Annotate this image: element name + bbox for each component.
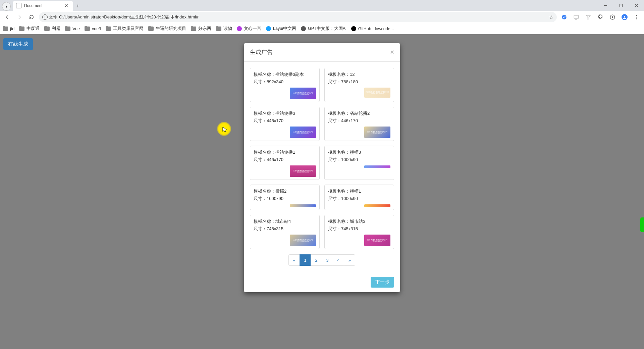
bookmark-item[interactable]: 读物: [216, 26, 232, 32]
bookmark-label: 牛逼的研究项目: [156, 26, 186, 32]
bookmark-item[interactable]: GPT中文版：大国Ai: [301, 26, 346, 32]
template-name-line: 模板名称：横幅1: [328, 188, 390, 194]
bookmark-label: GPT中文版：大国Ai: [308, 26, 346, 32]
template-name-line: 模板名称：省站轮播1: [254, 149, 316, 155]
bookmark-label: GitHub - lowcode...: [358, 27, 394, 31]
template-card[interactable]: 模板名称：横幅3尺寸：1000x90: [324, 146, 394, 180]
bookmark-item[interactable]: GitHub - lowcode...: [351, 26, 394, 31]
window-minimize-button[interactable]: [598, 0, 613, 11]
tab-search-dropdown[interactable]: ▾: [2, 2, 11, 11]
browser-toolbar: i文件 C:/Users/Administrator/Desktop/dom生成…: [0, 11, 644, 23]
modal-close-button[interactable]: ×: [390, 48, 394, 56]
bookmark-label: 中废通: [26, 26, 40, 32]
folder-icon: [85, 27, 90, 31]
folder-icon: [106, 27, 111, 31]
bookmark-item[interactable]: Layui中文网: [266, 26, 296, 32]
pagination-page-1[interactable]: 1: [300, 254, 311, 266]
bookmark-item[interactable]: Vue: [65, 27, 80, 31]
bookmark-label: vue3: [92, 27, 101, 31]
page-viewport: 在线生成 生成广告 × 模板名称：省站轮播3副本尺寸：892x340江苏再通再生…: [0, 34, 644, 349]
new-tab-button[interactable]: +: [73, 1, 83, 11]
bookmark-label: Layui中文网: [273, 26, 296, 32]
template-thumbnail: 江苏再通再生资源有限公司王先生19012345678: [290, 165, 316, 177]
download-icon[interactable]: [608, 12, 617, 22]
template-thumbnail: [364, 204, 390, 207]
template-thumbnail: 江苏再通再生资源有限公司王先生19012345678: [290, 88, 316, 99]
template-name-line: 模板名称：横幅2: [254, 188, 316, 194]
site-icon: [351, 26, 356, 31]
tab-close-button[interactable]: ✕: [63, 3, 70, 8]
address-bar[interactable]: i文件 C:/Users/Administrator/Desktop/dom生成…: [39, 12, 557, 22]
modal-backdrop: 生成广告 × 模板名称：省站轮播3副本尺寸：892x340江苏再通再生资源有限公…: [0, 34, 644, 349]
folder-icon: [19, 27, 24, 31]
template-name-line: 模板名称：城市站4: [254, 218, 316, 225]
bookmark-item[interactable]: 利器: [44, 26, 60, 32]
svg-rect-1: [620, 4, 622, 7]
template-card[interactable]: 模板名称：横幅1尺寸：1000x90: [324, 185, 394, 210]
bookmark-star-icon[interactable]: ☆: [549, 14, 553, 20]
bookmark-item[interactable]: vue3: [85, 27, 101, 31]
browser-chrome: ▾ Document ✕ + i文件 C:/Users/Administrato…: [0, 0, 644, 34]
pagination-page-2[interactable]: 2: [311, 254, 322, 266]
bookmark-label: Vue: [72, 27, 80, 31]
pagination-next[interactable]: »: [344, 254, 355, 266]
template-card[interactable]: 模板名称：城市站3尺寸：745x315江苏再通再生资源有限公司王先生190123…: [324, 215, 394, 249]
template-size-line: 尺寸：1000x90: [328, 157, 390, 163]
template-card[interactable]: 模板名称：12尺寸：788x180河南保定保生资源科技有限公司张经理 18612…: [324, 68, 394, 102]
bookmark-item[interactable]: 文心一言: [237, 26, 261, 32]
template-thumbnail: [290, 204, 316, 207]
template-card[interactable]: 模板名称：省站轮播2尺寸：446x170江苏再通再生资源有限公司王先生19012…: [324, 107, 394, 141]
kebab-menu-icon[interactable]: [632, 12, 641, 22]
site-icon: [301, 26, 306, 31]
cursor-icon: [222, 127, 227, 133]
bookmark-label: 读物: [223, 26, 232, 32]
template-size-line: 尺寸：446x170: [328, 118, 390, 124]
template-size-line: 尺寸：788x180: [328, 79, 390, 85]
window-close-button[interactable]: [629, 0, 644, 11]
reload-button[interactable]: [27, 12, 36, 22]
back-button[interactable]: [3, 12, 12, 22]
window-maximize-button[interactable]: [613, 0, 629, 11]
folder-icon: [191, 27, 196, 31]
template-card[interactable]: 模板名称：城市站4尺寸：745x315江苏再通再生资源有限公司王先生190123…: [250, 215, 320, 249]
forward-button[interactable]: [15, 12, 24, 22]
extensions-icon[interactable]: [596, 12, 605, 22]
pagination-prev[interactable]: «: [288, 254, 300, 266]
template-size-line: 尺寸：446x170: [254, 118, 316, 124]
template-size-line: 尺寸：745x315: [328, 226, 390, 232]
folder-icon: [3, 27, 8, 31]
site-icon: [266, 26, 271, 31]
generate-ad-modal: 生成广告 × 模板名称：省站轮播3副本尺寸：892x340江苏再通再生资源有限公…: [244, 43, 400, 292]
template-card[interactable]: 模板名称：省站轮播3副本尺寸：892x340江苏再通再生资源有限公司王先生190…: [250, 68, 320, 102]
bookmark-item[interactable]: 中废通: [19, 26, 40, 32]
filter-icon[interactable]: [584, 12, 593, 22]
bookmark-item[interactable]: 工具类库及官网: [106, 26, 144, 32]
bookmark-label: 文心一言: [244, 26, 261, 32]
template-grid: 模板名称：省站轮播3副本尺寸：892x340江苏再通再生资源有限公司王先生190…: [250, 68, 394, 249]
bookmark-item[interactable]: jtd: [3, 27, 14, 31]
template-card[interactable]: 模板名称：省站轮播1尺寸：446x170江苏再通再生资源有限公司王先生19012…: [250, 146, 320, 180]
browser-tab[interactable]: Document ✕: [13, 1, 73, 11]
site-info-icon[interactable]: i文件: [42, 14, 57, 20]
template-size-line: 尺寸：1000x90: [254, 196, 316, 202]
template-card[interactable]: 模板名称：省站轮播3尺寸：446x170江苏再通再生资源有限公司联系人 1901…: [250, 107, 320, 141]
modal-footer: 下一步: [244, 272, 400, 292]
svg-point-11: [636, 18, 637, 19]
side-floating-tab[interactable]: [640, 217, 644, 232]
profile-avatar[interactable]: [620, 12, 629, 22]
address-url: C:/Users/Administrator/Desktop/dom生成图片%2…: [59, 14, 198, 20]
bookmark-item[interactable]: 好东西: [191, 26, 211, 32]
template-card[interactable]: 模板名称：横幅2尺寸：1000x90: [250, 185, 320, 210]
svg-point-10: [636, 17, 637, 18]
window-controls: [598, 0, 644, 11]
screen-icon[interactable]: [572, 12, 581, 22]
template-size-line: 尺寸：446x170: [254, 157, 316, 163]
shield-check-icon[interactable]: [559, 12, 569, 22]
pagination-page-4[interactable]: 4: [333, 254, 344, 266]
bookmark-item[interactable]: 牛逼的研究项目: [148, 26, 186, 32]
pagination-page-3[interactable]: 3: [322, 254, 333, 266]
modal-title: 生成广告: [250, 48, 273, 56]
template-thumbnail: [364, 165, 390, 168]
bookmarks-bar: jtd中废通利器Vuevue3工具类库及官网牛逼的研究项目好东西读物文心一言La…: [0, 23, 644, 34]
next-step-button[interactable]: 下一步: [371, 277, 394, 288]
